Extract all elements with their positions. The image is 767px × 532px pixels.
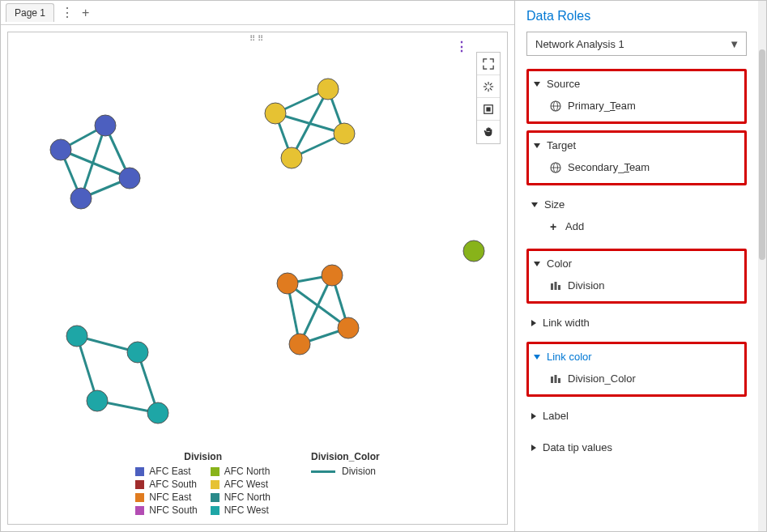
svg-point-28 [281, 147, 302, 168]
role-color-value-row[interactable]: Division [532, 273, 741, 298]
side-panel: Data Roles Network Analysis 1 ▼ Source P… [515, 1, 766, 531]
svg-rect-60 [558, 378, 560, 383]
legend-linkcolor-title: Division_Color [311, 451, 380, 462]
role-target: Target Secondary_Team [526, 130, 747, 185]
svg-rect-55 [551, 283, 553, 290]
role-linkwidth-head[interactable]: Link width [530, 313, 744, 332]
scrollbar-thumb[interactable] [759, 49, 765, 260]
role-size-add[interactable]: + Add [530, 214, 744, 239]
main-area: Page 1 ⋮ + ⠿⠿ ⋮ [1, 1, 515, 531]
legend-swatch [135, 506, 144, 515]
role-linkwidth-label: Link width [543, 317, 590, 329]
legend-item: AFC South [135, 479, 197, 490]
role-size-head[interactable]: Size [530, 195, 744, 214]
role-label: Label [526, 403, 747, 428]
role-linkcolor: Link color Division_Color [526, 342, 747, 397]
svg-point-29 [334, 123, 355, 144]
role-linkwidth: Link width [526, 310, 747, 335]
role-color-value: Division [568, 279, 605, 292]
legend-item: NFC North [211, 492, 271, 503]
legend-swatch [135, 480, 144, 489]
role-target-value: Secondary_Team [568, 161, 650, 173]
role-size: Size + Add [526, 192, 747, 242]
legend-item-label: AFC East [149, 466, 190, 477]
legend-item-label: AFC North [224, 466, 271, 477]
legend-division: Division AFC EastAFC NorthAFC SouthAFC W… [135, 451, 271, 516]
role-size-label: Size [544, 198, 565, 211]
role-target-value-row[interactable]: Secondary_Team [532, 155, 741, 180]
plus-icon: + [548, 221, 559, 232]
role-label-head[interactable]: Label [530, 406, 744, 425]
role-source: Source Primary_Team [526, 69, 747, 124]
role-source-value-row[interactable]: Primary_Team [532, 93, 741, 118]
svg-point-37 [322, 265, 343, 286]
legend-swatch [135, 493, 144, 502]
svg-rect-57 [558, 285, 560, 290]
canvas-wrap: ⠿⠿ ⋮ [1, 25, 514, 531]
role-color: Color Division [526, 249, 747, 304]
tab-bar: Page 1 ⋮ + [1, 1, 514, 25]
svg-rect-58 [551, 377, 553, 383]
legend-division-title: Division [135, 451, 271, 462]
caret-right-icon [531, 413, 536, 419]
role-target-label: Target [547, 139, 576, 151]
role-linkcolor-head[interactable]: Link color [532, 347, 741, 366]
role-datatip-head[interactable]: Data tip values [530, 438, 744, 457]
tab-page-1[interactable]: Page 1 [6, 3, 54, 22]
role-linkcolor-value: Division_Color [568, 372, 636, 385]
role-source-head[interactable]: Source [532, 74, 741, 93]
app-root: Page 1 ⋮ + ⠿⠿ ⋮ [0, 0, 767, 532]
svg-point-39 [338, 317, 359, 338]
legend-linkcolor-item: Division [311, 466, 380, 477]
category-icon [550, 373, 561, 385]
legend-swatch [211, 506, 219, 515]
scrollbar[interactable] [758, 1, 766, 531]
network-chart[interactable] [8, 32, 507, 524]
caret-down-icon [534, 82, 540, 87]
legend-line-swatch [311, 470, 335, 473]
analysis-dropdown-value: Network Analysis 1 [535, 38, 624, 50]
chevron-down-icon: ▼ [729, 38, 739, 50]
legend-item-label: AFC West [224, 479, 268, 490]
legend-swatch [211, 467, 219, 476]
legend-item: NFC South [135, 504, 197, 516]
caret-down-icon [531, 202, 538, 207]
legend: Division AFC EastAFC NorthAFC SouthAFC W… [8, 451, 507, 516]
role-label-label: Label [543, 410, 569, 422]
svg-line-35 [288, 283, 348, 328]
svg-point-38 [289, 334, 310, 355]
role-target-head[interactable]: Target [532, 136, 741, 155]
canvas[interactable]: ⠿⠿ ⋮ [7, 32, 508, 525]
caret-right-icon [531, 320, 536, 326]
role-source-label: Source [547, 78, 580, 90]
analysis-dropdown[interactable]: Network Analysis 1 ▼ [526, 32, 747, 56]
role-color-head[interactable]: Color [532, 254, 741, 273]
role-datatip-label: Data tip values [543, 441, 612, 453]
svg-point-44 [66, 326, 87, 347]
caret-down-icon [534, 143, 540, 148]
role-source-value: Primary_Team [568, 100, 636, 112]
legend-swatch [211, 493, 219, 502]
caret-right-icon [531, 445, 536, 451]
svg-point-47 [147, 402, 168, 423]
svg-point-16 [50, 139, 71, 160]
tab-options-icon[interactable]: ⋮ [61, 5, 75, 20]
legend-item-label: NFC South [149, 504, 197, 516]
svg-point-46 [87, 390, 108, 411]
legend-item-label: AFC South [149, 479, 197, 490]
legend-item-label: NFC West [224, 504, 269, 516]
legend-item: AFC North [211, 466, 271, 477]
svg-point-27 [317, 79, 339, 100]
legend-item-label: NFC East [149, 492, 191, 503]
panel-title: Data Roles [526, 9, 747, 23]
svg-point-26 [265, 103, 286, 124]
svg-point-36 [277, 273, 298, 294]
category-icon [550, 280, 561, 292]
legend-linkcolor: Division_Color Division [311, 451, 380, 516]
role-linkcolor-value-row[interactable]: Division_Color [532, 366, 741, 391]
legend-item: AFC East [135, 466, 197, 477]
tab-add-icon[interactable]: + [82, 6, 89, 20]
svg-point-17 [95, 115, 116, 136]
globe-icon [550, 100, 561, 112]
legend-swatch [211, 480, 219, 489]
